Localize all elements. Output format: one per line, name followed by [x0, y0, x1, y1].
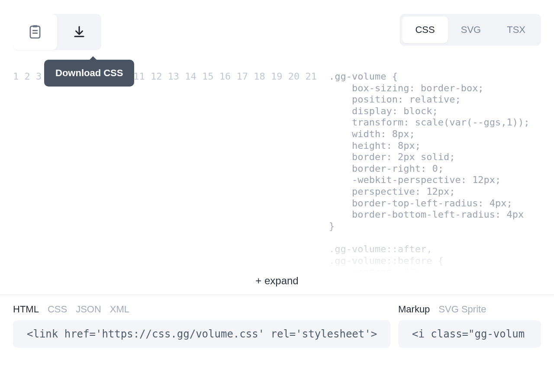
snippet-tab-svgsprite[interactable]: SVG Sprite [438, 304, 486, 315]
clipboard-icon [29, 25, 42, 40]
code-content: .gg-volume { box-sizing: border-box; pos… [329, 71, 530, 295]
snippet-tab-markup[interactable]: Markup [398, 304, 430, 315]
snippet-tab-html[interactable]: HTML [13, 304, 39, 315]
copy-button[interactable] [13, 14, 57, 50]
action-button-group: Download CSS [13, 14, 101, 50]
snippet-right-tabs: Markup SVG Sprite [398, 304, 541, 315]
tab-tsx[interactable]: TSX [494, 16, 538, 43]
line-numbers: 1 2 3 4 5 6 7 8 9 10 11 12 13 14 15 16 1… [13, 71, 329, 295]
snippet-tab-css[interactable]: CSS [48, 304, 67, 315]
snippet-left-tabs: HTML CSS JSON XML [13, 304, 390, 315]
download-button[interactable] [57, 14, 101, 50]
format-tabs: CSS SVG TSX [399, 14, 541, 46]
expand-button[interactable]: + expand [255, 275, 298, 295]
snippet-left[interactable]: <link href='https://css.gg/volume.css' r… [13, 320, 390, 348]
svg-rect-0 [30, 26, 40, 38]
snippet-tab-json[interactable]: JSON [76, 304, 101, 315]
snippet-right[interactable]: <i class="gg-volum [398, 320, 541, 348]
snippet-tab-xml[interactable]: XML [110, 304, 129, 315]
download-tooltip: Download CSS [44, 60, 134, 87]
download-icon [73, 25, 86, 39]
code-area: 1 2 3 4 5 6 7 8 9 10 11 12 13 14 15 16 1… [0, 50, 554, 295]
tab-svg[interactable]: SVG [448, 16, 494, 43]
tab-css[interactable]: CSS [402, 16, 448, 43]
